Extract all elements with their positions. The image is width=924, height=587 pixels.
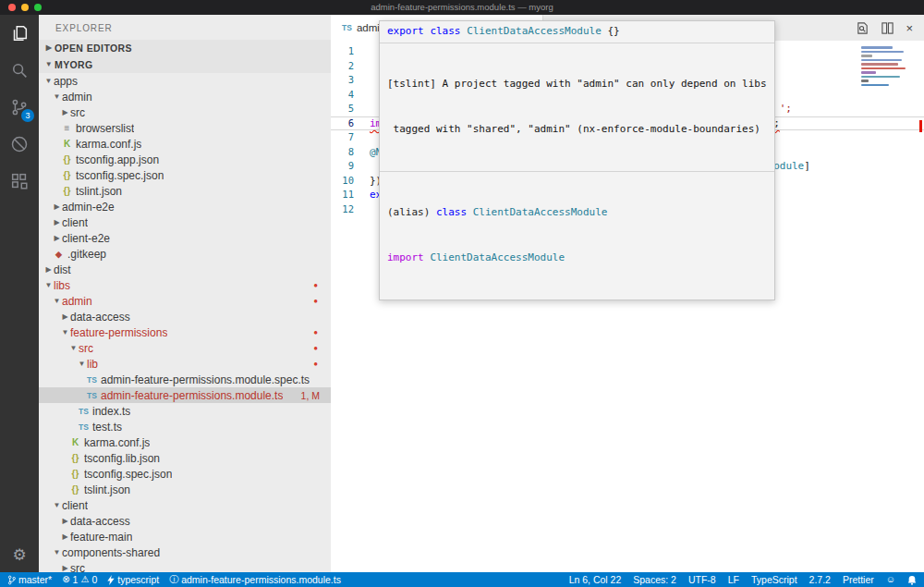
tree-item[interactable]: ▼components-shared: [39, 544, 331, 560]
scm-changes-badge: 3: [21, 109, 34, 122]
modified-dot: ●: [313, 328, 329, 336]
tree-item[interactable]: ▼feature-permissions●: [39, 324, 331, 340]
chevron-down-icon[interactable]: ▼: [52, 548, 62, 556]
tree-item[interactable]: ▼libs●: [39, 277, 331, 293]
tree-item[interactable]: Kkarma.conf.js: [39, 434, 331, 450]
typescript-version[interactable]: 2.7.2: [809, 574, 831, 585]
close-editor-icon[interactable]: ×: [906, 22, 913, 34]
tree-item[interactable]: ▼admin: [39, 89, 331, 104]
tree-item[interactable]: TSadmin-feature-permissions.module.spec.…: [39, 372, 331, 387]
tree-item[interactable]: ▼src●: [39, 340, 331, 356]
tree-item-label: components-shared: [62, 546, 160, 559]
modified-dot: ●: [313, 281, 329, 289]
chevron-down-icon[interactable]: ▼: [60, 328, 70, 336]
minimap-line: [861, 76, 900, 79]
tree-item[interactable]: ▼client: [39, 497, 331, 513]
tree-item[interactable]: {}tsconfig.spec.json: [39, 466, 331, 482]
tree-item[interactable]: ▼lib●: [39, 356, 331, 372]
minimap[interactable]: [861, 46, 911, 86]
git-branch-indicator[interactable]: master*: [7, 574, 52, 585]
tree-item[interactable]: ≡browserslist: [39, 120, 331, 136]
chevron-right-icon: ▶: [43, 40, 55, 56]
tree-item[interactable]: {}tslint.json: [39, 482, 331, 497]
chevron-right-icon[interactable]: ▶: [60, 108, 70, 116]
tree-item[interactable]: ▶src: [39, 560, 331, 572]
tree-item[interactable]: Kkarma.conf.js: [39, 136, 331, 152]
chevron-right-icon[interactable]: ▶: [43, 265, 54, 274]
tree-item-label: client: [62, 499, 88, 512]
tree-item[interactable]: ▶client-e2e: [39, 230, 331, 246]
explorer-icon[interactable]: [0, 15, 39, 52]
chevron-right-icon[interactable]: ▶: [60, 532, 70, 541]
search-icon[interactable]: [0, 52, 39, 89]
tree-item[interactable]: ▶data-access: [39, 513, 331, 529]
file-tree: ▼apps▼admin▶src≡browserslistKkarma.conf.…: [39, 73, 331, 572]
minimap-line: [861, 79, 869, 82]
tree-item[interactable]: ▶admin-e2e: [39, 199, 331, 214]
chevron-down-icon[interactable]: ▼: [52, 297, 62, 305]
chevron-down-icon[interactable]: ▼: [43, 281, 54, 289]
minimap-line: [861, 51, 904, 54]
code-token: ClientDataAccessModule: [467, 25, 602, 37]
modified-dot: ●: [313, 344, 329, 352]
settings-gear-icon[interactable]: ⚙: [0, 545, 39, 565]
formatter-status[interactable]: Prettier: [843, 574, 874, 585]
chevron-down-icon[interactable]: ▼: [43, 77, 54, 85]
chevron-right-icon[interactable]: ▶: [52, 202, 62, 211]
line-number: 10: [331, 174, 370, 189]
close-window-button[interactable]: [8, 4, 16, 11]
tree-item-label: src: [70, 106, 85, 119]
tree-item[interactable]: {}tslint.json: [39, 183, 331, 199]
indentation-setting[interactable]: Spaces: 2: [633, 574, 676, 585]
chevron-down-icon[interactable]: ▼: [68, 344, 79, 352]
split-editor-icon[interactable]: [881, 21, 894, 35]
tree-item[interactable]: ▶dist: [39, 262, 331, 277]
traffic-lights: [8, 4, 42, 11]
cursor-position[interactable]: Ln 6, Col 22: [569, 574, 622, 585]
chevron-right-icon[interactable]: ▶: [60, 312, 70, 321]
bell-icon[interactable]: [907, 575, 917, 585]
tree-item-label: tslint.json: [84, 483, 130, 496]
section-open-editors[interactable]: ▶ OPEN EDITORS: [39, 40, 331, 56]
tree-item[interactable]: ◆.gitkeep: [39, 246, 331, 262]
chevron-right-icon[interactable]: ▶: [60, 564, 70, 572]
tree-item[interactable]: {}tsconfig.app.json: [39, 152, 331, 167]
chevron-down-icon[interactable]: ▼: [52, 501, 62, 509]
tree-item[interactable]: TSindex.ts: [39, 403, 331, 419]
tree-item[interactable]: TStest.ts: [39, 419, 331, 434]
tree-item[interactable]: ▼apps: [39, 73, 331, 89]
info-icon: ⓘ: [169, 575, 178, 584]
encoding-setting[interactable]: UTF-8: [688, 574, 716, 585]
tslint-status[interactable]: typescript: [107, 574, 159, 585]
chevron-down-icon[interactable]: ▼: [52, 92, 62, 101]
language-mode[interactable]: TypeScript: [751, 574, 797, 585]
minimap-line: [861, 55, 872, 57]
debug-icon[interactable]: [0, 126, 39, 163]
tree-item-label: apps: [54, 75, 78, 88]
chevron-down-icon[interactable]: ▼: [77, 360, 87, 368]
active-file-status[interactable]: ⓘ admin-feature-permissions.module.ts: [169, 574, 341, 585]
tree-item[interactable]: {}tsconfig.lib.json: [39, 450, 331, 466]
tree-item[interactable]: ▼admin●: [39, 293, 331, 309]
tree-item[interactable]: ▶data-access: [39, 309, 331, 324]
source-control-icon[interactable]: 3: [0, 89, 39, 126]
chevron-right-icon[interactable]: ▶: [60, 517, 70, 525]
extensions-icon[interactable]: [0, 163, 39, 200]
tree-item[interactable]: ▶client: [39, 214, 331, 230]
tree-item[interactable]: TSadmin-feature-permissions.module.ts1, …: [39, 387, 331, 403]
section-myorg[interactable]: ▼ MYORG: [39, 56, 331, 73]
code-token: ]: [804, 160, 810, 172]
zoom-window-button[interactable]: [34, 4, 42, 11]
chevron-right-icon[interactable]: ▶: [52, 218, 62, 226]
problems-indicator[interactable]: ⊗ 1 ⚠ 0: [62, 574, 97, 585]
feedback-smiley-icon[interactable]: ☺: [886, 575, 895, 584]
editor-actions: ×: [856, 15, 924, 41]
chevron-right-icon[interactable]: ▶: [52, 234, 62, 242]
tree-item[interactable]: {}tsconfig.spec.json: [39, 167, 331, 183]
open-preview-icon[interactable]: [856, 21, 869, 35]
minimize-window-button[interactable]: [21, 4, 29, 11]
eol-setting[interactable]: LF: [728, 574, 739, 585]
tree-item[interactable]: ▶src: [39, 104, 331, 120]
json-file-icon: {}: [60, 186, 74, 196]
tree-item[interactable]: ▶feature-main: [39, 529, 331, 544]
